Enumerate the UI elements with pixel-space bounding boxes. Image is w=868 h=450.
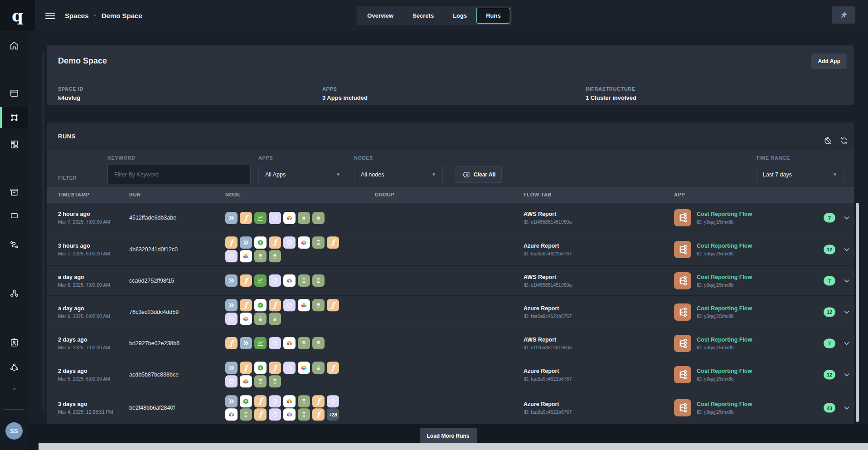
- sidebar-item-more[interactable]: [0, 378, 28, 399]
- table-row[interactable]: 2 days ago Mar 5, 2025, 6:00:00 AM acdb5…: [47, 358, 854, 391]
- function-node-icon[interactable]: ƒ: [254, 395, 267, 407]
- tab-runs[interactable]: Runs: [476, 8, 510, 24]
- table-row[interactable]: 3 hours ago Mar 7, 2025, 6:00:00 AM 4b63…: [47, 233, 854, 265]
- table-row[interactable]: 3 days ago Mar 4, 2025, 12:58:51 PM be2f…: [47, 391, 854, 424]
- function-node-icon[interactable]: ƒ: [312, 408, 325, 421]
- arrow-node-icon[interactable]: [240, 337, 252, 349]
- tab-secrets[interactable]: Secrets: [403, 8, 443, 24]
- apps-dropdown[interactable]: All Apps ▼: [258, 165, 347, 184]
- function-node-icon[interactable]: ƒ: [269, 362, 281, 374]
- airtable-node-icon[interactable]: [298, 362, 310, 374]
- list-node-icon[interactable]: [298, 337, 310, 349]
- airtable-node-icon[interactable]: [283, 395, 296, 407]
- function-node-icon[interactable]: ƒ: [254, 408, 267, 421]
- clock-node-icon[interactable]: [283, 362, 296, 374]
- time-range-dropdown[interactable]: Last 7 days ▼: [756, 165, 844, 184]
- tab-logs[interactable]: Logs: [443, 8, 476, 24]
- sidebar-item-home[interactable]: [0, 35, 28, 56]
- sidebar-item-window[interactable]: [0, 83, 28, 103]
- schedule-toggle-button[interactable]: [823, 136, 834, 147]
- pin-button[interactable]: [832, 6, 855, 24]
- add-app-button[interactable]: Add App: [811, 54, 847, 69]
- table-row[interactable]: a day ago Mar 6, 2025, 7:00:00 AM cca6d2…: [47, 265, 854, 295]
- list-node-icon[interactable]: [312, 212, 325, 224]
- sidebar-item-connector[interactable]: [0, 234, 28, 255]
- function-node-icon[interactable]: ƒ: [269, 236, 281, 249]
- app-logo[interactable]: q: [0, 0, 35, 31]
- sidebar-item-card[interactable]: [0, 205, 28, 226]
- airtable-node-icon[interactable]: [298, 236, 310, 249]
- airtable-node-icon[interactable]: [283, 212, 296, 224]
- list-node-icon[interactable]: [269, 375, 281, 387]
- airtable-node-icon[interactable]: [240, 313, 252, 325]
- list-node-icon[interactable]: [254, 375, 267, 387]
- airtable-node-icon[interactable]: [283, 274, 296, 287]
- sidebar-item-user-group[interactable]: [0, 357, 28, 377]
- chart-node-icon[interactable]: [254, 212, 267, 224]
- chart-node-icon[interactable]: [254, 337, 267, 349]
- list-node-icon[interactable]: [240, 408, 252, 421]
- clock-node-icon[interactable]: [269, 395, 281, 407]
- dollar-node-icon[interactable]: $: [254, 236, 267, 249]
- function-node-icon[interactable]: ƒ: [240, 212, 252, 224]
- table-row[interactable]: 2 hours ago Mar 7, 2025, 7:00:00 AM 4512…: [47, 203, 854, 233]
- clock-node-icon[interactable]: [283, 236, 296, 249]
- nodes-dropdown[interactable]: All nodes ▼: [354, 165, 443, 184]
- function-node-icon[interactable]: ƒ: [327, 362, 339, 374]
- clock-node-icon[interactable]: [283, 299, 296, 311]
- table-row[interactable]: a day ago Mar 6, 2025, 6:00:00 AM 76c3ec…: [47, 295, 854, 328]
- app-name-link[interactable]: Cost Reporting Flow: [697, 305, 752, 312]
- sidebar-item-archive[interactable]: [0, 181, 28, 202]
- keyword-input[interactable]: [107, 165, 251, 184]
- expand-chevron-icon[interactable]: [843, 339, 851, 347]
- app-name-link[interactable]: Cost Reporting Flow: [697, 368, 752, 374]
- list-node-icon[interactable]: [298, 395, 310, 407]
- list-node-icon[interactable]: [298, 212, 310, 224]
- expand-chevron-icon[interactable]: [843, 245, 851, 254]
- function-node-icon[interactable]: ƒ: [225, 337, 238, 349]
- arrow-node-icon[interactable]: [225, 299, 238, 311]
- clock-node-icon[interactable]: [269, 212, 281, 224]
- list-node-icon[interactable]: [254, 250, 267, 262]
- arrow-node-icon[interactable]: [225, 212, 238, 224]
- list-node-icon[interactable]: [298, 408, 310, 421]
- expand-chevron-icon[interactable]: [843, 404, 851, 412]
- arrow-node-icon[interactable]: [225, 362, 238, 374]
- function-node-icon[interactable]: ƒ: [240, 274, 252, 287]
- airtable-node-icon[interactable]: [240, 375, 252, 387]
- app-name-link[interactable]: Cost Reporting Flow: [697, 401, 752, 407]
- arrow-node-icon[interactable]: [225, 395, 238, 407]
- app-name-link[interactable]: Cost Reporting Flow: [697, 274, 752, 280]
- sidebar-item-frame[interactable]: [0, 107, 28, 128]
- list-node-icon[interactable]: [312, 236, 325, 249]
- function-node-icon[interactable]: ƒ: [240, 299, 252, 311]
- dollar-node-icon[interactable]: $: [254, 362, 267, 374]
- clock-node-icon[interactable]: [225, 375, 238, 387]
- list-node-icon[interactable]: [298, 274, 310, 287]
- refresh-button[interactable]: [839, 136, 850, 147]
- dollar-node-icon[interactable]: $: [254, 299, 267, 311]
- expand-chevron-icon[interactable]: [843, 214, 851, 222]
- table-row[interactable]: 2 days ago Mar 5, 2025, 7:00:00 AM bd292…: [47, 328, 854, 358]
- app-name-link[interactable]: Cost Reporting Flow: [697, 243, 752, 249]
- function-node-icon[interactable]: ƒ: [240, 362, 252, 374]
- list-node-icon[interactable]: [312, 274, 325, 287]
- hidden-nodes-chip[interactable]: +28: [327, 408, 339, 421]
- breadcrumb-section[interactable]: Spaces: [65, 12, 89, 20]
- function-node-icon[interactable]: ƒ: [327, 236, 339, 249]
- airtable-node-icon[interactable]: [225, 408, 238, 421]
- clock-node-icon[interactable]: [269, 337, 281, 349]
- arrow-node-icon[interactable]: [225, 274, 238, 287]
- load-more-runs-button[interactable]: Load More Runs: [419, 428, 476, 444]
- expand-chevron-icon[interactable]: [843, 277, 851, 285]
- clock-node-icon[interactable]: [225, 250, 238, 262]
- function-node-icon[interactable]: ƒ: [312, 395, 325, 407]
- vertical-scrollbar[interactable]: [856, 203, 859, 422]
- function-node-icon[interactable]: ƒ: [327, 299, 339, 311]
- sidebar-item-blocks[interactable]: [0, 134, 28, 155]
- app-name-link[interactable]: Cost Reporting Flow: [697, 211, 752, 217]
- clock-node-icon[interactable]: [225, 313, 238, 325]
- tab-overview[interactable]: Overview: [358, 8, 403, 24]
- clear-all-button[interactable]: Clear All: [456, 166, 502, 183]
- clock-node-icon[interactable]: [327, 395, 339, 407]
